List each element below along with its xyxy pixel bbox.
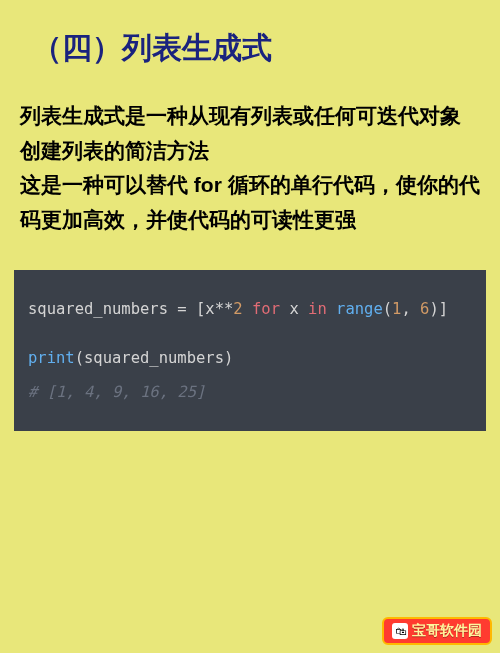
code-line-2: print(squared_numbers) — [28, 341, 472, 375]
token-paren: ( — [383, 300, 392, 318]
token-space — [280, 300, 289, 318]
section-heading: （四）列表生成式 — [0, 0, 500, 69]
token-bracket: [ — [196, 300, 205, 318]
token-function: print — [28, 349, 75, 367]
token-space — [243, 300, 252, 318]
token-bracket: ] — [439, 300, 448, 318]
token-number: 2 — [233, 300, 242, 318]
token-space — [327, 300, 336, 318]
code-line-3-comment: # [1, 4, 9, 16, 25] — [28, 375, 472, 409]
code-line-1: squared_numbers = [x**2 for x in range(1… — [28, 292, 472, 326]
body-text: 列表生成式是一种从现有列表或任何可迭代对象创建列表的简洁方法 这是一种可以替代 … — [0, 69, 500, 238]
token-operator: = — [168, 300, 196, 318]
code-blank-line — [28, 326, 472, 342]
token-function: range — [336, 300, 383, 318]
token-variable: squared_numbers — [84, 349, 224, 367]
watermark-icon: 🛍 — [392, 623, 408, 639]
token-paren: ) — [429, 300, 438, 318]
token-variable: x — [205, 300, 214, 318]
token-operator: ** — [215, 300, 234, 318]
token-paren: ) — [224, 349, 233, 367]
paragraph-2: 这是一种可以替代 for 循环的单行代码，使你的代码更加高效，并使代码的可读性更… — [20, 168, 480, 237]
watermark-badge: 🛍 宝哥软件园 — [382, 617, 492, 645]
token-variable: x — [289, 300, 298, 318]
watermark-text: 宝哥软件园 — [412, 622, 482, 640]
token-paren: ( — [75, 349, 84, 367]
token-comma: , — [401, 300, 420, 318]
token-variable: squared_numbers — [28, 300, 168, 318]
token-keyword-in: in — [308, 300, 327, 318]
token-space — [299, 300, 308, 318]
code-block: squared_numbers = [x**2 for x in range(1… — [14, 270, 486, 432]
token-keyword-for: for — [252, 300, 280, 318]
paragraph-1: 列表生成式是一种从现有列表或任何可迭代对象创建列表的简洁方法 — [20, 99, 480, 168]
